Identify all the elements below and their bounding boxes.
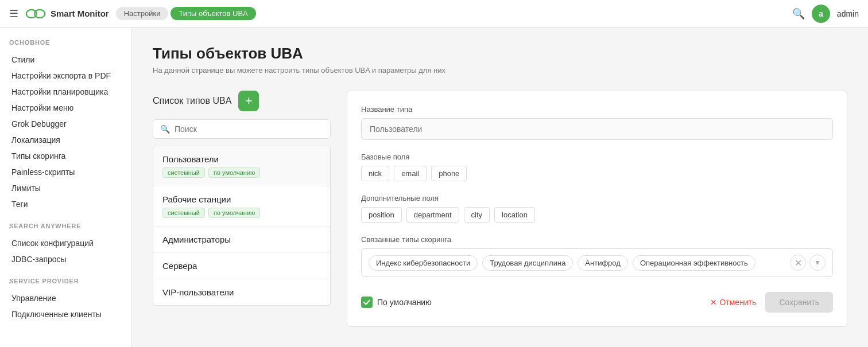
extra-fields-tags: position department city location [361,207,833,223]
tag-city: city [464,207,490,223]
scoring-clear-button[interactable]: ✕ [790,255,806,271]
search-button[interactable]: 🔍 [792,7,805,20]
scoring-tag-antifraud[interactable]: Антифрод [578,255,628,271]
scoring-container: Индекс кибербезопасности Трудовая дисцип… [361,248,833,277]
default-checkbox[interactable] [361,297,373,308]
base-fields-tags: nick email phone [361,166,833,181]
cancel-label: Отменить [719,298,756,307]
sidebar-section-osnovnoe: ОСНОВНОЕ [9,39,122,46]
tag-nick: nick [361,166,389,181]
list-title: Список типов UBA [153,96,231,106]
sidebar-item-stili[interactable]: Стили [9,52,122,68]
tag-position: position [361,207,402,223]
list-item-workstations-name: Рабочие станции [162,194,321,204]
extra-fields-field: Дополнительные поля position department … [361,194,833,223]
main-content: Типы объектов UBA На данной странице вы … [132,28,868,347]
tag-email: email [394,166,427,181]
hamburger-menu[interactable]: ☰ [9,7,18,20]
list-item-workstations[interactable]: Рабочие станции системный по умолчанию [153,186,330,227]
search-box: 🔍 [153,119,331,139]
list-item-admins[interactable]: Администраторы [153,227,330,253]
topnav-right: 🔍 a admin [792,5,859,23]
list-item-users[interactable]: Пользователи системный по умолчанию [153,146,330,186]
type-name-label: Название типа [361,105,833,114]
badge-system-workstations: системный [162,208,205,218]
base-fields-label: Базовые поля [361,153,833,161]
extra-fields-label: Дополнительные поля [361,194,833,202]
tag-location: location [494,207,535,223]
list-item-users-badges: системный по умолчанию [162,167,321,178]
type-name-field: Название типа [361,105,833,140]
avatar: a [812,5,830,23]
content-area: Список типов UBA + 🔍 Пользователи систем… [153,91,847,327]
sidebar-section-service-provider: SERVICE PROVIDER [9,278,122,284]
sidebar-item-tags[interactable]: Теги [9,196,122,212]
layout: ОСНОВНОЕ Стили Настройки экспорта в PDF … [0,28,868,347]
type-name-input[interactable] [361,118,833,140]
list-items: Пользователи системный по умолчанию Рабо… [153,146,331,306]
sidebar-item-scoring-types[interactable]: Типы скоринга [9,148,122,164]
scoring-expand-button[interactable]: ▼ [809,255,826,271]
logo: Smart Monitor [25,8,109,20]
scoring-tag-efficiency[interactable]: Операционная эффективность [633,255,755,271]
tag-phone: phone [431,166,467,181]
sidebar-item-painless[interactable]: Painless-скрипты [9,164,122,180]
page-title: Типы объектов UBA [153,45,847,63]
list-header: Список типов UBA + [153,91,331,111]
scoring-field: Связанные типы скоринга Индекс кибербезо… [361,235,833,277]
list-item-servers[interactable]: Сервера [153,253,330,279]
scoring-tag-cyber[interactable]: Индекс кибербезопасности [369,255,478,271]
base-fields-field: Базовые поля nick email phone [361,153,833,181]
sidebar-section-search-anywhere: SEARCH ANYWHERE [9,223,122,229]
scoring-label: Связанные типы скоринга [361,235,833,244]
cancel-x-icon: ✕ [710,298,717,307]
search-icon: 🔍 [160,124,170,134]
logo-text: Smart Monitor [51,9,109,18]
default-checkbox-row: По умолчанию [361,297,701,308]
search-input[interactable] [175,124,323,134]
sidebar-item-export-pdf[interactable]: Настройки экспорта в PDF [9,68,122,84]
tag-department: department [406,207,459,223]
sidebar: ОСНОВНОЕ Стили Настройки экспорта в PDF … [0,28,132,347]
badge-system-users: системный [162,167,205,178]
sidebar-item-configs[interactable]: Список конфигураций [9,235,122,251]
list-item-users-name: Пользователи [162,154,321,164]
sidebar-item-limits[interactable]: Лимиты [9,180,122,196]
scoring-tag-discipline[interactable]: Трудовая дисциплина [482,255,573,271]
list-item-vip[interactable]: VIP-пользователи [153,279,330,305]
sidebar-item-menu[interactable]: Настройки меню [9,100,122,116]
form-footer: По умолчанию ✕ Отменить Сохранить [361,292,833,313]
badge-default-users: по умолчанию [208,167,260,178]
sidebar-item-grok[interactable]: Grok Debugger [9,116,122,132]
breadcrumb: Настройки Типы объектов UBA [116,7,256,20]
add-type-button[interactable]: + [238,91,259,111]
breadcrumb-settings[interactable]: Настройки [116,7,169,20]
breadcrumb-current[interactable]: Типы объектов UBA [170,7,255,20]
list-panel: Список типов UBA + 🔍 Пользователи систем… [153,91,331,327]
sidebar-item-planner[interactable]: Настройки планировщика [9,84,122,100]
sidebar-item-jdbc[interactable]: JDBC-запросы [9,251,122,267]
sidebar-item-localization[interactable]: Локализация [9,132,122,148]
admin-label: admin [837,9,859,18]
form-panel: Название типа Базовые поля nick email ph… [347,91,847,327]
list-item-workstations-badges: системный по умолчанию [162,208,321,218]
sidebar-item-management[interactable]: Управление [9,290,122,306]
default-checkbox-label: По умолчанию [377,298,432,307]
scoring-actions: ✕ ▼ [790,255,826,271]
badge-default-workstations: по умолчанию [208,208,260,218]
sidebar-item-connected-clients[interactable]: Подключенные клиенты [9,306,122,322]
cancel-button[interactable]: ✕ Отменить [710,298,756,307]
page-subtitle: На данной странице вы можете настроить т… [153,66,847,75]
save-button[interactable]: Сохранить [765,292,833,313]
topnav: ☰ Smart Monitor Настройки Типы объектов … [0,0,868,28]
